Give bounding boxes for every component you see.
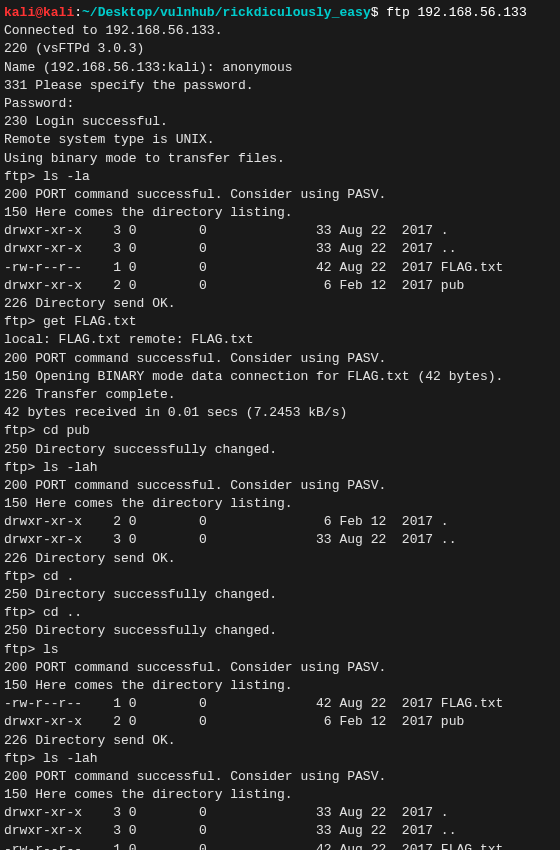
terminal-line: 200 PORT command successful. Consider us… bbox=[4, 186, 556, 204]
terminal-line: 250 Directory successfully changed. bbox=[4, 622, 556, 640]
terminal-line: 150 Here comes the directory listing. bbox=[4, 786, 556, 804]
terminal-line: drwxr-xr-x 3 0 0 33 Aug 22 2017 .. bbox=[4, 822, 556, 840]
terminal-line: 250 Directory successfully changed. bbox=[4, 441, 556, 459]
terminal-line: 226 Transfer complete. bbox=[4, 386, 556, 404]
terminal-line: 230 Login successful. bbox=[4, 113, 556, 131]
terminal-line: drwxr-xr-x 3 0 0 33 Aug 22 2017 . bbox=[4, 222, 556, 240]
terminal-line: ftp> cd . bbox=[4, 568, 556, 586]
terminal-output: kali@kali:~/Desktop/vulnhub/rickdiculous… bbox=[4, 4, 556, 850]
prompt-path: ~/Desktop/vulnhub/rickdiculously_easy bbox=[82, 5, 371, 20]
terminal-line: ftp> get FLAG.txt bbox=[4, 313, 556, 331]
terminal-line: 150 Here comes the directory listing. bbox=[4, 677, 556, 695]
terminal-line: 220 (vsFTPd 3.0.3) bbox=[4, 40, 556, 58]
terminal-line: Password: bbox=[4, 95, 556, 113]
terminal-line: Using binary mode to transfer files. bbox=[4, 150, 556, 168]
terminal-line: 42 bytes received in 0.01 secs (7.2453 k… bbox=[4, 404, 556, 422]
prompt-colon: : bbox=[74, 5, 82, 20]
terminal-line: 150 Opening BINARY mode data connection … bbox=[4, 368, 556, 386]
terminal-line: 331 Please specify the password. bbox=[4, 77, 556, 95]
terminal-line: drwxr-xr-x 3 0 0 33 Aug 22 2017 .. bbox=[4, 531, 556, 549]
terminal-line: ftp> ls -la bbox=[4, 168, 556, 186]
terminal-line: drwxr-xr-x 2 0 0 6 Feb 12 2017 pub bbox=[4, 713, 556, 731]
terminal-line: ftp> ls -lah bbox=[4, 750, 556, 768]
terminal-line: ftp> cd .. bbox=[4, 604, 556, 622]
terminal-line: 200 PORT command successful. Consider us… bbox=[4, 350, 556, 368]
terminal-line: drwxr-xr-x 2 0 0 6 Feb 12 2017 pub bbox=[4, 277, 556, 295]
terminal-line: Connected to 192.168.56.133. bbox=[4, 22, 556, 40]
terminal-line: 200 PORT command successful. Consider us… bbox=[4, 768, 556, 786]
terminal-line: ftp> cd pub bbox=[4, 422, 556, 440]
terminal-line: 226 Directory send OK. bbox=[4, 550, 556, 568]
terminal-line: 200 PORT command successful. Consider us… bbox=[4, 659, 556, 677]
terminal-line: drwxr-xr-x 3 0 0 33 Aug 22 2017 .. bbox=[4, 240, 556, 258]
terminal-line: 200 PORT command successful. Consider us… bbox=[4, 477, 556, 495]
terminal-line: 226 Directory send OK. bbox=[4, 295, 556, 313]
command-text: ftp 192.168.56.133 bbox=[386, 5, 526, 20]
terminal-line: -rw-r--r-- 1 0 0 42 Aug 22 2017 FLAG.txt bbox=[4, 841, 556, 850]
terminal-line: 250 Directory successfully changed. bbox=[4, 586, 556, 604]
terminal-line: ftp> ls bbox=[4, 641, 556, 659]
terminal-line: -rw-r--r-- 1 0 0 42 Aug 22 2017 FLAG.txt bbox=[4, 695, 556, 713]
prompt-user: kali@kali bbox=[4, 5, 74, 20]
terminal-line: Name (192.168.56.133:kali): anonymous bbox=[4, 59, 556, 77]
terminal-line: drwxr-xr-x 3 0 0 33 Aug 22 2017 . bbox=[4, 804, 556, 822]
terminal-line: local: FLAG.txt remote: FLAG.txt bbox=[4, 331, 556, 349]
terminal-line: 150 Here comes the directory listing. bbox=[4, 495, 556, 513]
prompt-dollar: $ bbox=[371, 5, 387, 20]
terminal-line: 226 Directory send OK. bbox=[4, 732, 556, 750]
terminal-line: 150 Here comes the directory listing. bbox=[4, 204, 556, 222]
terminal-line: -rw-r--r-- 1 0 0 42 Aug 22 2017 FLAG.txt bbox=[4, 259, 556, 277]
terminal-line: drwxr-xr-x 2 0 0 6 Feb 12 2017 . bbox=[4, 513, 556, 531]
shell-prompt[interactable]: kali@kali:~/Desktop/vulnhub/rickdiculous… bbox=[4, 4, 556, 22]
terminal-line: Remote system type is UNIX. bbox=[4, 131, 556, 149]
terminal-line: ftp> ls -lah bbox=[4, 459, 556, 477]
